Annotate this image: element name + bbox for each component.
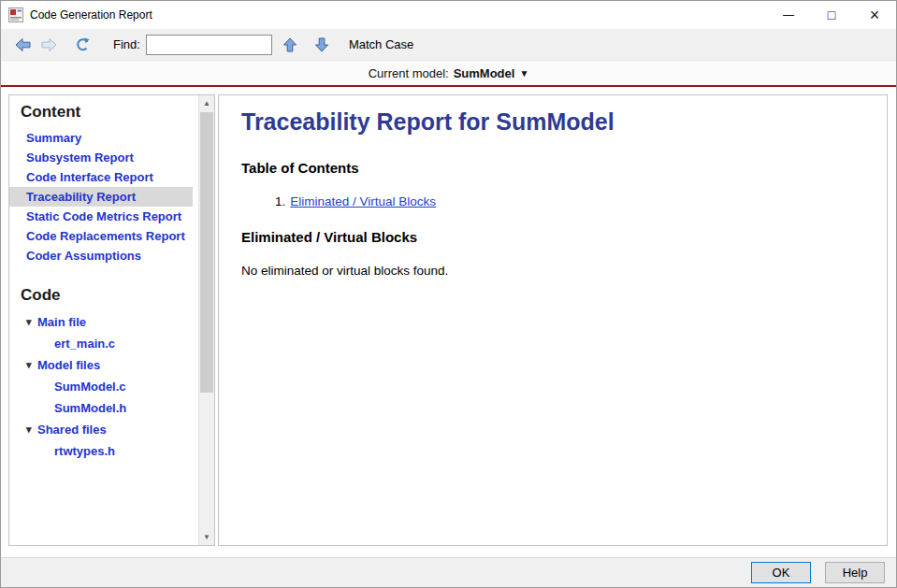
sidebar-item-summary[interactable]: Summary: [9, 128, 193, 148]
toc-heading: Table of Contents: [241, 160, 868, 176]
sidebar-item-code-replacements-report[interactable]: Code Replacements Report: [9, 226, 193, 246]
back-icon[interactable]: [10, 33, 35, 57]
page-title: Traceability Report for SumModel: [241, 108, 868, 136]
tree-file-rtwtypes-h[interactable]: rtwtypes.h: [9, 440, 198, 462]
tree-expanded-icon[interactable]: ▾: [26, 359, 37, 371]
report-content-pane: Traceability Report for SumModel Table o…: [218, 94, 888, 546]
toc-item: 1.Eliminated / Virtual Blocks: [275, 194, 868, 208]
tree-expanded-icon[interactable]: ▾: [26, 423, 37, 436]
tree-file-summodel-h[interactable]: SumModel.h: [9, 397, 198, 419]
current-model-bar: Current model: SumModel ▼: [1, 61, 896, 85]
section-body-text: No eliminated or virtual blocks found.: [241, 264, 868, 278]
maximize-button[interactable]: □: [810, 1, 853, 29]
chevron-down-icon: ▼: [519, 68, 528, 79]
sidebar-item-static-code-metrics-report[interactable]: Static Code Metrics Report: [9, 207, 193, 226]
sidebar-scrollbar[interactable]: ▲ ▼: [198, 95, 214, 545]
scroll-up-icon[interactable]: ▲: [199, 95, 214, 111]
find-input[interactable]: [146, 35, 272, 55]
report-body: Content Summary Subsystem Report Code In…: [1, 87, 896, 557]
sidebar-item-code-interface-report[interactable]: Code Interface Report: [9, 167, 193, 187]
forward-icon[interactable]: [36, 33, 61, 57]
match-case-toggle[interactable]: Match Case: [349, 37, 413, 51]
scroll-down-icon[interactable]: ▼: [199, 529, 214, 545]
footer-bar: OK Help: [1, 557, 896, 587]
section-heading: Eliminated / Virtual Blocks: [241, 229, 868, 245]
app-icon: [8, 7, 23, 22]
help-button[interactable]: Help: [825, 562, 885, 583]
window-controls: — □ ×: [767, 1, 896, 29]
tree-group-label: Shared files: [37, 423, 107, 437]
tree-group-label: Model files: [37, 358, 100, 372]
content-heading: Content: [9, 103, 198, 122]
tree-group-model-files[interactable]: ▾ Model files: [9, 354, 198, 376]
sidebar-item-subsystem-report[interactable]: Subsystem Report: [9, 148, 193, 167]
find-label: Find:: [113, 37, 140, 51]
tree-file-summodel-c[interactable]: SumModel.c: [9, 376, 198, 397]
tree-group-main-file[interactable]: ▾ Main file: [9, 311, 198, 333]
toc-item-number: 1.: [275, 194, 285, 208]
refresh-icon[interactable]: [70, 33, 94, 57]
current-model-label: Current model:: [369, 66, 449, 80]
close-button[interactable]: ×: [853, 1, 896, 29]
code-generation-report-window: Code Generation Report — □ × Find:: [0, 0, 897, 588]
title-bar: Code Generation Report — □ ×: [1, 1, 896, 29]
toolbar: Find: Match Case: [1, 29, 896, 61]
sidebar-item-traceability-report[interactable]: Traceability Report: [9, 187, 193, 207]
ok-button[interactable]: OK: [751, 562, 811, 583]
scrollbar-thumb[interactable]: [200, 112, 213, 393]
tree-group-label: Main file: [37, 315, 86, 329]
current-model-name: SumModel: [454, 66, 515, 80]
minimize-button[interactable]: —: [767, 1, 810, 29]
find-next-icon[interactable]: [310, 33, 334, 57]
code-heading: Code: [9, 286, 198, 305]
navigation-pane: Content Summary Subsystem Report Code In…: [8, 94, 215, 546]
window-title: Code Generation Report: [30, 8, 152, 22]
sidebar-item-coder-assumptions[interactable]: Coder Assumptions: [9, 246, 193, 265]
tree-group-shared-files[interactable]: ▾ Shared files: [9, 419, 198, 440]
find-previous-icon[interactable]: [278, 33, 302, 57]
current-model-dropdown[interactable]: SumModel ▼: [454, 66, 529, 80]
tree-file-ert-main-c[interactable]: ert_main.c: [9, 333, 198, 354]
toc-link-eliminated-virtual-blocks[interactable]: Eliminated / Virtual Blocks: [290, 194, 436, 208]
tree-expanded-icon[interactable]: ▾: [26, 316, 37, 328]
